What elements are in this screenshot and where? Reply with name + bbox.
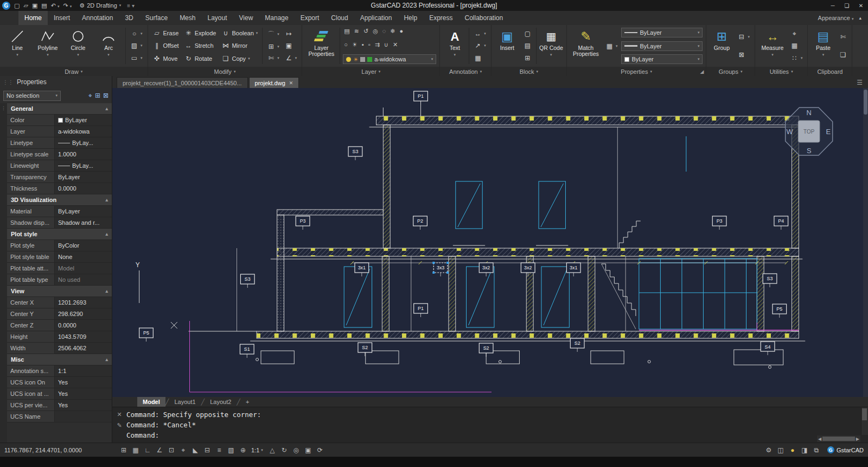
close-tab-icon[interactable]: ✕ (289, 80, 293, 86)
section-marker[interactable]: S2 (358, 343, 372, 356)
ungroup-button[interactable]: ⊠ (736, 51, 751, 59)
ortho-mode-icon[interactable]: ∟ (142, 446, 153, 454)
property-row[interactable]: Plot style tableNone (7, 251, 112, 263)
color-dropdown[interactable]: ByLayer▾ (621, 54, 703, 64)
group-button[interactable]: ⊞ Group (710, 27, 733, 65)
quick-select-button[interactable]: ⌖ (789, 29, 805, 38)
menu-item-export[interactable]: Export (295, 11, 326, 25)
property-row[interactable]: Thickness0.0000 (7, 183, 112, 194)
ribbon-collapse-icon[interactable]: ▴ (859, 15, 861, 21)
app-logo-icon[interactable]: G (2, 2, 10, 10)
drawing-canvas[interactable]: Y TOP N S W E P1S3P3P2P3P4S33x13x33x23x2… (112, 88, 868, 397)
move-button[interactable]: ✜Move (151, 52, 181, 65)
copy-clip-button[interactable]: ❏ (837, 51, 848, 59)
panel-label-layer[interactable]: Layer▾ (302, 67, 439, 76)
compass-south[interactable]: S (807, 147, 812, 155)
grid-display-icon[interactable]: ▦ (130, 446, 141, 454)
insert-button[interactable]: ▣ Insert (495, 27, 520, 65)
property-row[interactable]: Plot table typeNo used (7, 274, 112, 286)
section-marker[interactable]: S1 (240, 344, 254, 358)
tab-list-icon[interactable]: ☰ (857, 79, 863, 86)
qat-customize-icon[interactable]: ≡ ▾ (127, 3, 135, 9)
hardware-acceleration-icon[interactable]: ▣ (303, 446, 314, 454)
offset-button[interactable]: ∥Offset (151, 40, 181, 53)
panel-label-draw[interactable]: Draw▾ (0, 67, 148, 76)
group-edit-button[interactable]: ⊟▾ (736, 33, 751, 41)
table-button[interactable]: ▦ (472, 54, 488, 62)
layer-lock-icon[interactable]: ▪ (362, 41, 364, 48)
point-style-button[interactable]: ∷▾ (789, 54, 805, 62)
menu-item-3d[interactable]: 3D (119, 11, 139, 25)
erase-button[interactable]: ▱Erase (151, 27, 181, 40)
isolate-objects-icon[interactable]: ◎ (291, 446, 302, 454)
section-marker[interactable]: P1 (414, 304, 428, 317)
property-row[interactable]: UCS Name (7, 411, 112, 422)
appearance-menu[interactable]: Appearance ▾ (818, 15, 854, 21)
scroll-right-icon[interactable]: ▶ (856, 437, 859, 441)
dynamic-input-icon[interactable]: ⊟ (202, 446, 213, 454)
collapse-icon[interactable]: ▴ (105, 106, 108, 111)
edit-command-icon[interactable]: ✎ (115, 422, 124, 429)
rectangle-button[interactable]: ▭▾ (129, 54, 144, 62)
layout-tab-+[interactable]: + (240, 397, 254, 407)
arc-button[interactable]: Arc▾ (94, 27, 123, 65)
clean-screen-icon[interactable]: ⟳ (315, 446, 326, 454)
panel-label-groups[interactable]: Groups▾ (706, 67, 755, 76)
section-marker[interactable]: 3x3 (432, 262, 449, 276)
boolean-button[interactable]: ∪Boolean ▾ (220, 27, 259, 40)
qr-code-button[interactable]: ▦ QR Code▾ (539, 27, 563, 65)
menu-item-insert[interactable]: Insert (48, 11, 76, 25)
selection-cycling-icon[interactable]: ⊕ (238, 446, 248, 454)
polyline-button[interactable]: Polyline▾ (34, 27, 62, 65)
layout-tab-layout1[interactable]: Layout1 (169, 397, 201, 407)
collapse-icon[interactable]: ▴ (105, 231, 108, 237)
lineweight-dropdown[interactable]: ByLayer▾ (621, 41, 703, 51)
layer-freeze-icon[interactable]: ❄ (390, 28, 395, 35)
create-block-button[interactable]: ▢ (522, 29, 533, 38)
object-snap-tracking-icon[interactable]: ⌖ (178, 446, 189, 454)
canvas-scrollbar[interactable] (863, 88, 868, 397)
settings-gear-icon[interactable]: ⚙ (763, 446, 774, 454)
compass-west[interactable]: W (787, 128, 794, 136)
text-button[interactable]: A Text▾ (443, 27, 466, 65)
circle-button[interactable]: Circle▾ (64, 27, 92, 65)
layer-match-icon[interactable]: ≋ (354, 28, 359, 35)
palette-header[interactable]: ⋮⋮ Properties (0, 76, 112, 88)
section-marker[interactable]: 3x2 (479, 263, 493, 276)
tips-bulb-icon[interactable]: ● (787, 446, 798, 454)
close-command-icon[interactable]: ✕ (115, 411, 124, 418)
rotate-button[interactable]: ↻Rotate (183, 52, 218, 65)
measure-button[interactable]: ↔ Measure▾ (758, 27, 787, 65)
property-row[interactable]: UCS icon OnYes (7, 377, 112, 388)
lineweight-display-icon[interactable]: ≡ (214, 446, 225, 454)
section-marker[interactable]: P2 (413, 216, 427, 230)
trim-button[interactable]: ✄▾ (265, 54, 281, 62)
panel-label-utilities[interactable]: Utilities▾ (755, 67, 808, 76)
menu-item-view[interactable]: View (233, 11, 259, 25)
command-input[interactable]: Command: (126, 430, 858, 440)
dynamic-ucs-icon[interactable]: ◣ (190, 446, 201, 454)
hatch-button[interactable]: ▨▾ (129, 41, 144, 50)
palette-section-general[interactable]: General▴ (7, 103, 112, 115)
layer-previous-icon[interactable]: ↺ (363, 28, 368, 35)
full-screen-icon[interactable]: ⧉ (811, 446, 822, 454)
tablet-mode-icon[interactable]: ◫ (775, 446, 786, 454)
redo-icon[interactable]: ↷ ▾ (63, 2, 72, 9)
auto-annotation-scale-icon[interactable]: ↻ (279, 446, 290, 454)
layer-delete-icon[interactable]: ✕ (393, 41, 398, 48)
extend-button[interactable]: ↦ (283, 29, 299, 38)
property-row[interactable]: UCS per vie...Yes (7, 400, 112, 411)
close-button[interactable]: ✕ (854, 0, 868, 11)
layer-merge-icon[interactable]: ∪ (384, 41, 388, 48)
stretch-button[interactable]: ↔Stretch (183, 40, 218, 53)
layout-tab-layout2[interactable]: Layout2 (205, 397, 237, 407)
workspace-switcher[interactable]: ⚙ 2D Drafting ▾ (79, 2, 121, 9)
palette-section-misc[interactable]: Misc▴ (7, 354, 112, 365)
layer-on-icon[interactable]: ○ (344, 41, 348, 48)
menu-item-surface[interactable]: Surface (139, 11, 174, 25)
menu-item-layout[interactable]: Layout (201, 11, 233, 25)
property-row[interactable]: LineweightByLay... (7, 160, 112, 172)
fillet-button[interactable]: ⌒▾ (265, 29, 281, 40)
open-file-icon[interactable]: ▱ (23, 2, 28, 9)
panel-label-block[interactable]: Block▾ (492, 67, 566, 76)
